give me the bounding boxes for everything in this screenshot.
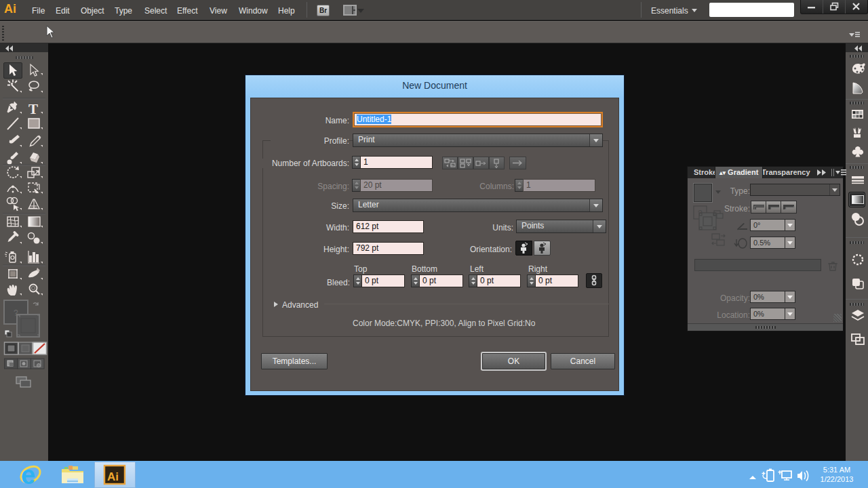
svg-text:e: e xyxy=(21,461,35,488)
svg-text:Ai: Ai xyxy=(107,470,119,483)
svg-text:T: T xyxy=(28,101,38,117)
